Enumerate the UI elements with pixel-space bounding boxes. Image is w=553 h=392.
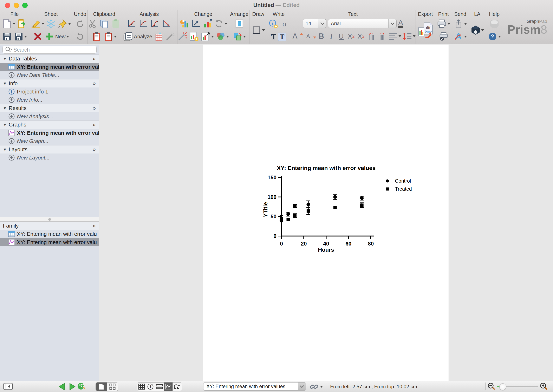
disclosure-triangle-icon[interactable]: ▼ [3, 56, 9, 61]
sidebar-item-new-info[interactable]: New Info... [0, 96, 99, 104]
sidebar-item-xy-entering-mean-with-error-valu[interactable]: XY: Entering mean with error valu [0, 63, 99, 71]
rotate-layout-button[interactable] [214, 19, 227, 29]
add-data-button[interactable] [189, 32, 199, 42]
sidebar-item-new-layout[interactable]: New Layout... [0, 154, 99, 162]
zoom-graph-button[interactable] [203, 19, 212, 29]
section-header-data-tables[interactable]: ▼Data Tables» [0, 55, 99, 63]
overflow-chevron-icon[interactable]: » [93, 146, 96, 153]
line-spacing-button[interactable] [402, 31, 416, 41]
disclosure-triangle-icon[interactable]: ▼ [3, 81, 9, 86]
save-as-button[interactable] [14, 32, 27, 42]
highlight-sheet-button[interactable] [31, 19, 44, 29]
sidebar-item-new-data-table[interactable]: New Data Table... [0, 71, 99, 79]
paste-menu-button[interactable] [103, 32, 117, 42]
overflow-chevron-icon[interactable]: » [93, 105, 96, 112]
freeze-sheet-button[interactable] [46, 19, 56, 29]
section-header-layouts[interactable]: ▼Layouts» [0, 145, 99, 154]
font-color-button[interactable]: A [398, 19, 403, 28]
section-header-info[interactable]: ▼Info» [0, 79, 99, 87]
previous-sheet-button[interactable] [58, 383, 65, 390]
interpolate-button[interactable] [161, 19, 171, 29]
next-sheet-button[interactable] [69, 383, 76, 390]
paste-button[interactable] [92, 32, 102, 42]
view-info-button[interactable]: i [146, 383, 155, 391]
increase-font-button[interactable]: A [291, 31, 303, 41]
undo-button[interactable] [75, 32, 85, 42]
copy-button[interactable] [99, 19, 109, 29]
open-file-button[interactable] [17, 19, 27, 29]
new-sheet-button[interactable] [2, 19, 15, 29]
link-sheets-button[interactable] [309, 383, 319, 391]
text-tool-button[interactable]: T [271, 32, 276, 41]
align-text-button[interactable] [388, 31, 401, 41]
overflow-chevron-icon[interactable]: » [93, 56, 96, 62]
sidebar-item-xy-entering-mean-with-error-valu[interactable]: XY: Entering mean with error valu [0, 238, 99, 246]
sidebar-item-new-analysis[interactable]: New Analysis... [0, 112, 99, 120]
font-size-select[interactable]: 14 [303, 19, 326, 28]
help-button[interactable]: ? [488, 32, 501, 42]
cut-button[interactable] [88, 19, 98, 29]
view-layouts-button[interactable] [173, 383, 181, 391]
sheet-selector-dropdown[interactable]: XY: Entering mean with error values [203, 382, 306, 391]
zoom-in-button[interactable] [540, 383, 548, 391]
analysis-wand-button[interactable] [165, 32, 175, 42]
disclosure-triangle-icon[interactable]: ▼ [3, 147, 9, 152]
analysis-table-button[interactable] [154, 32, 164, 42]
change-axes-button[interactable] [191, 19, 201, 29]
single-page-view-button[interactable] [96, 383, 107, 391]
collapse-sidebar-button[interactable] [3, 383, 13, 390]
sidebar-item-project-info-1[interactable]: Project info 1 [0, 87, 99, 96]
text-box-tool-button[interactable]: T [278, 33, 287, 41]
rotate-text-right-button[interactable] [377, 31, 387, 41]
resize-object-button[interactable] [201, 32, 214, 42]
section-header-family[interactable]: Family» [0, 222, 99, 230]
overflow-chevron-icon[interactable]: » [93, 80, 96, 87]
search-input[interactable] [13, 47, 94, 53]
export-button[interactable]: tiffbmp [418, 21, 433, 39]
view-results-button[interactable] [155, 383, 164, 391]
send-to-app-button[interactable]: A [454, 32, 467, 42]
zoom-slider[interactable] [497, 386, 538, 387]
overflow-chevron-icon[interactable]: » [93, 223, 96, 229]
pin-sheet-button[interactable] [58, 19, 71, 29]
graph-object[interactable]: XY: Entering mean with error valuesYTitl… [256, 158, 431, 274]
gallery-view-button[interactable] [107, 383, 118, 391]
new-sheet-menu-button[interactable]: New [44, 32, 69, 42]
disclosure-triangle-icon[interactable]: ▼ [3, 106, 9, 111]
sidebar-item-xy-entering-mean-with-error-valu[interactable]: XY: Entering mean with error valu [0, 230, 99, 238]
save-button[interactable] [2, 32, 12, 42]
zoom-slider-thumb[interactable] [499, 383, 506, 390]
view-data-tables-button[interactable] [137, 383, 146, 391]
disclosure-triangle-icon[interactable]: ▼ [3, 123, 9, 127]
subscript-button[interactable]: X2 [357, 31, 366, 41]
overflow-chevron-icon[interactable]: » [93, 121, 96, 128]
greek-char-button[interactable]: α [280, 19, 289, 29]
analyze-button[interactable]: Analyze [123, 32, 152, 42]
change-graph-type-button[interactable] [179, 19, 189, 29]
search-sheets-button[interactable] [77, 382, 86, 391]
zoom-out-button[interactable] [487, 383, 496, 391]
font-family-select[interactable]: Arial [328, 19, 397, 28]
underline-button[interactable]: U [337, 31, 346, 41]
delete-sheet-button[interactable] [33, 32, 43, 42]
magic-button[interactable] [177, 32, 187, 42]
fit-sigmoid-button[interactable] [150, 19, 160, 29]
search-box[interactable] [2, 46, 97, 54]
italic-button[interactable]: I [327, 31, 336, 41]
section-header-graphs[interactable]: ▼Graphs» [0, 120, 99, 129]
decrease-font-button[interactable]: A [304, 31, 316, 41]
print-preview-button[interactable] [439, 32, 448, 42]
sidebar-item-xy-entering-mean-with-error-valu[interactable]: XY: Entering mean with error valu [0, 129, 99, 137]
sidebar-item-new-graph[interactable]: New Graph... [0, 137, 99, 145]
bold-button[interactable]: B [317, 31, 326, 41]
rotate-text-left-button[interactable] [366, 31, 376, 41]
print-button[interactable] [437, 19, 450, 29]
paste-special-button[interactable] [111, 19, 121, 29]
draw-shape-button[interactable] [252, 25, 265, 35]
superscript-button[interactable]: X2 [347, 31, 356, 41]
view-graphs-button[interactable] [164, 383, 173, 391]
section-header-results[interactable]: ▼Results» [0, 104, 99, 112]
share-button[interactable] [454, 19, 467, 29]
fit-linear-button[interactable] [127, 19, 137, 29]
align-objects-button[interactable] [234, 19, 244, 29]
